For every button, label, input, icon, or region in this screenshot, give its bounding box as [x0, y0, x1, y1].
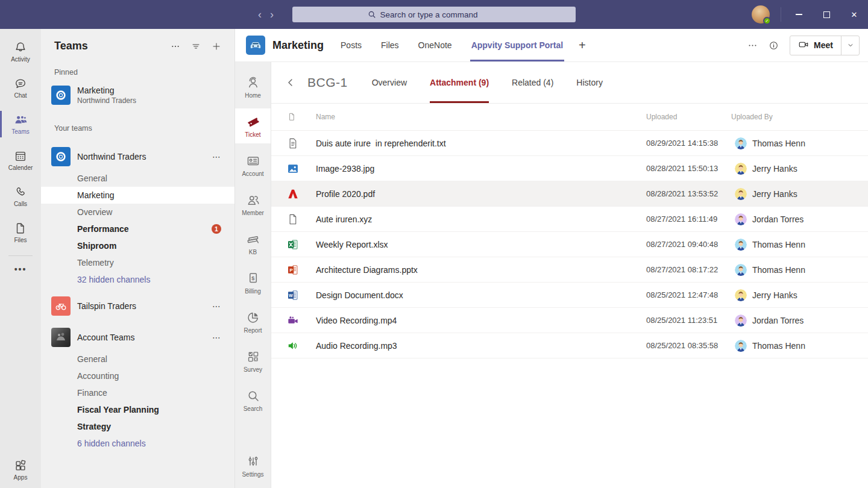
ticket-tabs: OverviewAttachment (9)Related (4)History — [372, 62, 603, 103]
channel-info-icon[interactable] — [769, 40, 779, 51]
attachment-row[interactable]: Video Recording.mp4 08/25/2021 11:23:51 … — [271, 308, 868, 333]
attachment-file-name[interactable]: Aute iruren.xyz — [316, 214, 646, 224]
attachment-row[interactable]: Aute iruren.xyz 08/27/2021 16:11:49 Jord… — [271, 207, 868, 232]
app-rail-item-search[interactable]: Search — [235, 383, 271, 418]
ticket-tab-overview[interactable]: Overview — [372, 62, 407, 103]
attachment-file-name[interactable]: Duis aute irure in reprehenderit.txt — [316, 139, 646, 148]
channel-strategy[interactable]: Strategy — [41, 418, 234, 435]
attachment-row[interactable]: W Design Document.docx 08/25/2021 12:47:… — [271, 283, 868, 308]
channel-label: Performance — [77, 224, 212, 234]
channel-marketing[interactable]: Marketing — [41, 187, 234, 204]
more-options-icon[interactable] — [171, 42, 180, 51]
rail-item-apps[interactable]: Apps — [0, 453, 41, 487]
rail-item-calender[interactable]: Calender — [0, 143, 41, 177]
rail-more-button[interactable]: ••• — [0, 262, 41, 277]
hidden-channels-link[interactable]: 6 hidden channels — [41, 435, 234, 452]
meet-options-chevron[interactable] — [841, 36, 859, 55]
maximize-button[interactable] — [813, 0, 840, 29]
app-rail-item-billing[interactable]: $ Billing — [235, 265, 271, 300]
tab-appvity-support-portal[interactable]: Appvity Support Portal — [471, 29, 563, 61]
close-button[interactable]: ✕ — [840, 0, 868, 29]
app-rail-item-survey[interactable]: Survey — [235, 343, 271, 378]
team-more-icon[interactable]: ⋯ — [212, 333, 221, 342]
meet-button-label: Meet — [814, 40, 833, 50]
attachment-file-name[interactable]: Weekly Report.xlsx — [316, 240, 646, 249]
tab-onenote[interactable]: OneNote — [418, 29, 452, 61]
attachment-row[interactable]: Image-2938.jpg 08/28/2021 15:50:13 Jerry… — [271, 156, 868, 181]
app-rail-item-kb[interactable]: KB — [235, 226, 271, 261]
attachment-file-name[interactable]: Architecture Diagrams.pptx — [316, 265, 646, 275]
search-input[interactable] — [380, 10, 501, 19]
attachment-row[interactable]: Duis aute irure in reprehenderit.txt 08/… — [271, 131, 868, 156]
command-search[interactable] — [292, 7, 576, 22]
attachment-file-name[interactable]: Video Recording.mp4 — [316, 316, 646, 325]
rail-item-calls[interactable]: Calls — [0, 180, 41, 213]
ticket-tab-attachment-9[interactable]: Attachment (9) — [430, 62, 489, 103]
channel-telemetry[interactable]: Telemetry — [41, 254, 234, 271]
app-rail-item-home[interactable]: Home — [235, 69, 271, 104]
excel-file-icon — [287, 239, 299, 251]
rail-item-chat[interactable]: Chat — [0, 71, 41, 105]
team-row-name: Account Teams — [77, 333, 206, 342]
presence-available-icon: ✓ — [763, 17, 771, 25]
add-tab-button[interactable]: + — [579, 39, 586, 52]
app-rail-item-label: KB — [249, 249, 257, 255]
rail-item-label: Activity — [11, 56, 30, 63]
hidden-channels-link[interactable]: 32 hidden channels — [41, 271, 234, 288]
attachment-row[interactable]: Profile 2020.pdf 08/28/2021 13:53:52 Jer… — [271, 181, 868, 207]
header-more-icon[interactable] — [747, 40, 758, 51]
app-rail-item-settings[interactable]: Settings — [235, 448, 271, 483]
user-avatar[interactable]: ✓ — [752, 5, 770, 23]
uploader-avatar — [735, 239, 747, 251]
join-create-team-icon[interactable] — [212, 42, 221, 51]
pinned-channel-marketing[interactable]: Marketing Northwind Traders — [41, 83, 234, 108]
tab-files[interactable]: Files — [381, 29, 399, 61]
svg-text:W: W — [289, 293, 293, 298]
attachment-file-name[interactable]: Profile 2020.pdf — [316, 189, 646, 199]
forward-nav-icon[interactable]: › — [270, 9, 274, 20]
team-more-icon[interactable]: ⋯ — [212, 152, 221, 161]
team-row-northwind-traders[interactable]: Northwind Traders ⋯ — [41, 143, 234, 170]
attachment-file-name[interactable]: Audio Recording.mp3 — [316, 341, 646, 351]
attachment-uploaded-date: 08/28/2021 15:50:13 — [646, 164, 731, 173]
attachment-row[interactable]: Weekly Report.xlsx 08/27/2021 09:40:48 T… — [271, 232, 868, 257]
channel-performance[interactable]: Performance1 — [41, 221, 234, 237]
attachment-file-name[interactable]: Design Document.docx — [316, 290, 646, 300]
attachment-row[interactable]: Audio Recording.mp3 08/25/2021 08:35:58 … — [271, 333, 868, 358]
rail-item-teams[interactable]: Teams — [0, 107, 41, 141]
app-rail-item-account[interactable]: Account — [235, 148, 271, 183]
rail-item-activity[interactable]: Activity — [0, 35, 41, 69]
channel-accounting[interactable]: Accounting — [41, 368, 234, 384]
team-tabs: PostsFilesOneNoteAppvity Support Portal — [341, 29, 563, 61]
app-rail-item-label: Survey — [244, 366, 262, 373]
left-rail: Activity Chat Teams Calender Calls Files… — [0, 29, 41, 488]
app-rail-item-member[interactable]: Member — [235, 187, 271, 222]
channel-finance[interactable]: Finance — [41, 384, 234, 401]
billing-icon: $ — [246, 271, 260, 286]
ticket-detail-header: BCG-1 OverviewAttachment (9)Related (4)H… — [271, 62, 868, 104]
attachment-uploaded-date: 08/27/2021 08:17:22 — [646, 265, 731, 274]
team-row-tailspin-traders[interactable]: Tailspin Traders ⋯ — [41, 293, 234, 319]
channel-overview[interactable]: Overview — [41, 204, 234, 221]
rail-item-files[interactable]: Files — [0, 216, 41, 249]
app-rail-item-ticket[interactable]: Ticket — [235, 108, 271, 143]
attachment-row[interactable]: P Architecture Diagrams.pptx 08/27/2021 … — [271, 257, 868, 283]
filter-icon[interactable] — [191, 42, 201, 51]
tab-posts[interactable]: Posts — [341, 29, 362, 61]
meet-button[interactable]: Meet — [790, 36, 860, 55]
team-more-icon[interactable]: ⋯ — [212, 301, 221, 311]
channel-general[interactable]: General — [41, 351, 234, 368]
attachment-file-name[interactable]: Image-2938.jpg — [316, 164, 646, 174]
team-row-account-teams[interactable]: Account Teams ⋯ — [41, 324, 234, 351]
back-nav-icon[interactable]: ‹ — [258, 9, 262, 20]
ticket-tab-related-4[interactable]: Related (4) — [512, 62, 553, 103]
channel-general[interactable]: General — [41, 170, 234, 187]
generic-file-icon — [287, 213, 299, 225]
minimize-button[interactable] — [785, 0, 813, 29]
channel-fiscal-year-planning[interactable]: Fiscal Year Planning — [41, 401, 234, 418]
app-rail-item-report[interactable]: Report — [235, 304, 271, 339]
app-rail: Home Ticket Account Member KB$ Billing R… — [235, 62, 271, 488]
back-icon[interactable] — [286, 78, 299, 87]
channel-shiproom[interactable]: Shiproom — [41, 237, 234, 254]
ticket-tab-history[interactable]: History — [576, 62, 603, 103]
